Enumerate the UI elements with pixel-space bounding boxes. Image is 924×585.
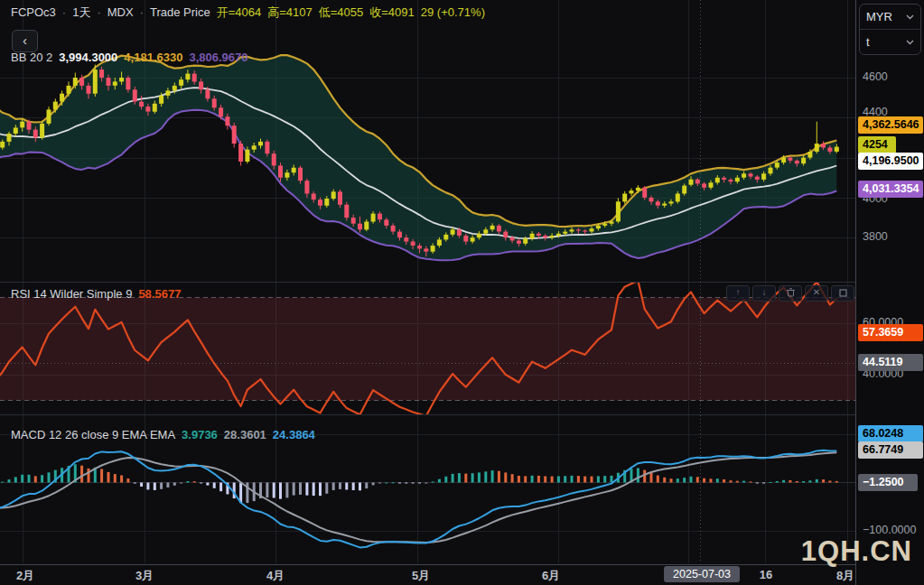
bb-upper-value: 4,181.6330 [124, 51, 182, 64]
trading-chart-app: FCPOc3 · 1天 · MDX · Trade Price 开=4064 高… [0, 0, 924, 585]
symbol-legend: FCPOc3 · 1天 · MDX · Trade Price 开=4064 高… [11, 5, 485, 21]
bb-legend: BB 20 2 3,994.3000 4,181.6330 3,806.9670 [11, 51, 248, 64]
axis-label: −100.0000 [856, 524, 924, 536]
high-value: 高=4107 [267, 5, 313, 21]
arrow-down-icon: ↓ [762, 287, 767, 297]
price-scale[interactable]: MYR t 460044004000380060.000040.0000−100… [855, 0, 924, 585]
rsi-legend: RSI 14 Wilder Simple 9 58.5677 [11, 287, 181, 301]
time-label: 16 [760, 568, 772, 581]
time-label: 3月 [135, 568, 154, 584]
time-label: 8月 [836, 568, 854, 584]
interval-label[interactable]: 1天 [72, 5, 90, 21]
trash-icon [787, 287, 795, 297]
currency-value: MYR [866, 10, 892, 23]
close-icon: ✕ [813, 287, 820, 297]
macd-hist-badge: −1.2500 [858, 474, 918, 491]
separator: · [97, 5, 100, 19]
unit-value: t [866, 35, 870, 49]
symbol-name[interactable]: FCPOc3 [11, 5, 56, 19]
macd-line-value: 24.3864 [273, 428, 315, 441]
unit-dropdown[interactable]: t [860, 29, 920, 54]
open-value: 开=4064 [217, 5, 262, 21]
bb-title[interactable]: BB 20 2 [11, 51, 52, 64]
bb-lower-badge: 4,031.3354 [858, 181, 923, 198]
separator: · [62, 5, 66, 19]
move-pane-down-button[interactable]: ↓ [752, 285, 776, 302]
low-value: 低=4055 [319, 5, 364, 21]
macd-hist-value: 3.9736 [182, 428, 218, 441]
last-price-badge: 4254 [858, 136, 896, 153]
currency-dropdown[interactable]: MYR [860, 5, 920, 29]
time-label: 6月 [542, 568, 560, 584]
bb-basis-badge: 4,196.9500 [858, 153, 923, 170]
close-pane-button[interactable]: ✕ [805, 285, 828, 302]
macd-title[interactable]: MACD 12 26 close 9 EMA EMA [11, 428, 175, 441]
maximize-pane-button[interactable] [831, 285, 854, 302]
macd-signal-badge: 66.7749 [858, 441, 923, 459]
macd-legend: MACD 12 26 close 9 EMA EMA 3.9736 28.360… [11, 428, 315, 441]
separator: · [140, 5, 144, 19]
chart-canvas[interactable] [0, 0, 855, 564]
delete-pane-button[interactable] [779, 285, 802, 302]
time-label: 4月 [266, 568, 285, 584]
back-icon: ‹ [23, 32, 27, 48]
time-label: 5月 [412, 568, 430, 584]
chevron-down-icon [906, 40, 914, 45]
arrow-up-icon: ↑ [736, 287, 741, 297]
crosshair-date-badge: 2025-07-03 [664, 566, 740, 582]
time-scale[interactable]: 2月3月4月5月6月168月2025-07-03 [0, 564, 924, 585]
chevron-down-icon [906, 14, 914, 20]
back-button[interactable]: ‹ [12, 30, 38, 52]
currency-unit-selector: MYR t [859, 4, 921, 55]
axis-label: 4600 [856, 70, 924, 83]
close-value: 收=4091 [369, 5, 415, 21]
exchange-label: MDX [107, 5, 134, 19]
pane-toolbar: ↑ ↓ ✕ [726, 285, 854, 302]
change-value: 29 (+0.71%) [421, 5, 485, 19]
axis-label: 3800 [856, 230, 924, 243]
bb-lower-value: 3,806.9670 [189, 51, 247, 64]
bb-basis-value: 3,994.3000 [59, 51, 117, 64]
rsi-value-badge: 57.3659 [858, 324, 923, 341]
move-pane-up-button[interactable]: ↑ [726, 285, 750, 302]
maximize-icon [839, 287, 847, 297]
bb-upper-badge: 4,362.5646 [858, 116, 923, 134]
rsi-title[interactable]: RSI 14 Wilder Simple 9 [11, 287, 132, 301]
macd-signal-value: 28.3601 [224, 428, 266, 441]
time-label: 2月 [16, 568, 34, 584]
series-type-label: Trade Price [150, 5, 210, 19]
crosshair-value-badge: 44.5119 [858, 354, 923, 371]
rsi-value: 58.5677 [138, 287, 181, 301]
macd-line-badge: 68.0248 [858, 425, 923, 442]
